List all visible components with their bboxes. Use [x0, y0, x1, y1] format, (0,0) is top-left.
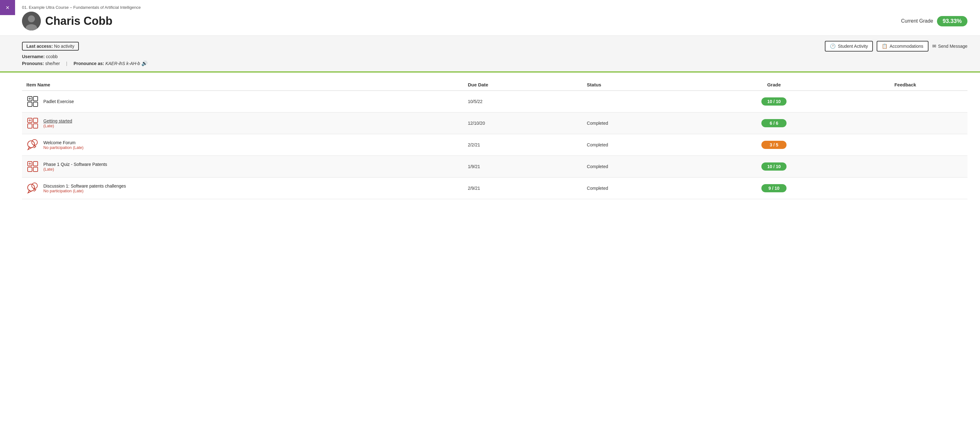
student-name: Charis Cobb [45, 14, 113, 28]
item-name[interactable]: Getting started [43, 118, 72, 123]
grade-cell: 10 / 10 [705, 91, 843, 113]
feedback-cell [843, 91, 967, 113]
divider: | [66, 61, 68, 66]
grade-pill: 10 / 10 [761, 97, 786, 105]
username-text: ccobb [46, 54, 57, 59]
grade-cell: 9 / 10 [705, 178, 843, 199]
grade-area: Current Grade 93.33% [901, 16, 967, 26]
close-icon: × [6, 4, 10, 11]
grade-label: Current Grade [901, 18, 933, 24]
table-header: Item Name Due Date Status Grade Feedback [22, 79, 967, 91]
item-icon [26, 139, 39, 151]
due-date-cell: 2/9/21 [463, 178, 582, 199]
audio-icon[interactable]: 🔊 [142, 61, 148, 66]
last-access-badge: Last access: No activity [22, 42, 79, 51]
item-name-cell: Padlet Exercise [22, 91, 463, 113]
due-date-cell: 1/9/21 [463, 156, 582, 178]
feedback-cell [843, 178, 967, 199]
accommodations-icon: 📋 [882, 43, 888, 49]
info-top: Last access: No activity 🕐 Student Activ… [22, 41, 967, 51]
close-button[interactable]: × [0, 0, 15, 15]
no-participation-label: No participation (Late) [43, 145, 84, 150]
accommodations-label: Accommodations [889, 44, 923, 49]
svg-rect-10 [33, 118, 38, 123]
table-body: Padlet Exercise10/5/2210 / 10 Getting st… [22, 91, 967, 199]
item-icon [26, 95, 39, 108]
status-cell: Completed [582, 134, 705, 156]
table-row: Discussion 1: Software patents challenge… [22, 178, 967, 199]
col-grade: Grade [705, 79, 843, 91]
item-icon [26, 182, 39, 194]
item-name-cell: Welcome ForumNo participation (Late) [22, 134, 463, 156]
item-info: Phase 1 Quiz - Software Patents(Late) [43, 162, 107, 172]
table-row: Getting started(Late)12/10/20Completed6 … [22, 113, 967, 134]
svg-rect-19 [28, 167, 32, 172]
clock-icon: 🕐 [830, 43, 836, 49]
item-name: Discussion 1: Software patents challenge… [43, 183, 126, 188]
svg-point-1 [28, 15, 35, 22]
col-due-date: Due Date [463, 79, 582, 91]
item-name-cell: Getting started(Late) [22, 113, 463, 134]
current-grade-badge: 93.33% [937, 16, 967, 26]
grade-cell: 3 / 5 [705, 134, 843, 156]
status-cell: Completed [582, 156, 705, 178]
item-info: Discussion 1: Software patents challenge… [43, 183, 126, 193]
due-date-cell: 10/5/22 [463, 91, 582, 113]
feedback-cell [843, 156, 967, 178]
due-date-cell: 2/2/21 [463, 134, 582, 156]
table-row: Welcome ForumNo participation (Late)2/2/… [22, 134, 967, 156]
late-label: (Late) [43, 167, 107, 172]
status-cell: Completed [582, 178, 705, 199]
item-info: Padlet Exercise [43, 99, 74, 104]
item-name-cell: Discussion 1: Software patents challenge… [22, 178, 463, 199]
svg-rect-20 [33, 167, 38, 172]
svg-rect-12 [33, 124, 38, 128]
student-name-area: Charis Cobb [22, 12, 113, 30]
item-info: Getting started(Late) [43, 118, 72, 128]
grade-cell: 6 / 6 [705, 113, 843, 134]
status-cell [582, 91, 705, 113]
send-message-label: Send Message [938, 44, 967, 49]
grades-table: Item Name Due Date Status Grade Feedback… [22, 79, 967, 199]
page-wrapper: × 01. Example Ultra Course – Fundamental… [0, 0, 980, 438]
pronounce-section: Pronouns: she/her | Pronounce as: KAER-i… [22, 61, 967, 66]
svg-rect-18 [33, 161, 38, 166]
feedback-cell [843, 134, 967, 156]
send-message-button[interactable]: ✉ Send Message [932, 43, 967, 49]
col-feedback: Feedback [843, 79, 967, 91]
pronouns-value: she/her [45, 61, 60, 66]
svg-rect-11 [28, 124, 32, 128]
grade-pill: 10 / 10 [761, 162, 786, 170]
status-cell: Completed [582, 113, 705, 134]
item-icon [26, 160, 39, 173]
username-row: Username: ccobb [22, 54, 967, 59]
pronounce-as-block: Pronounce as: KAER-ihS k-AH-b 🔊 [73, 61, 148, 66]
table-section: Item Name Due Date Status Grade Feedback… [0, 73, 980, 205]
info-bar: Last access: No activity 🕐 Student Activ… [0, 36, 980, 73]
student-activity-button[interactable]: 🕐 Student Activity [825, 41, 873, 51]
item-name-cell: Phase 1 Quiz - Software Patents(Late) [22, 156, 463, 178]
grade-pill: 3 / 5 [761, 141, 786, 149]
svg-point-23 [28, 184, 35, 191]
feedback-cell [843, 113, 967, 134]
student-activity-label: Student Activity [838, 44, 868, 49]
due-date-cell: 12/10/20 [463, 113, 582, 134]
svg-rect-6 [33, 102, 38, 107]
item-name: Phase 1 Quiz - Software Patents [43, 162, 107, 167]
col-item-name: Item Name [22, 79, 463, 91]
student-header: Charis Cobb Current Grade 93.33% [22, 12, 967, 30]
action-buttons: 🕐 Student Activity 📋 Accommodations ✉ Se… [825, 41, 967, 51]
grade-pill: 9 / 10 [761, 184, 786, 192]
pronouns-label: Pronouns: she/her [22, 61, 60, 66]
item-icon [26, 117, 39, 129]
svg-point-15 [28, 141, 35, 148]
item-name: Padlet Exercise [43, 99, 74, 104]
avatar [22, 12, 41, 30]
last-access-label: Last access: [26, 44, 53, 49]
svg-rect-4 [33, 96, 38, 101]
course-title: 01. Example Ultra Course – Fundamentals … [22, 5, 967, 10]
accommodations-button[interactable]: 📋 Accommodations [877, 41, 928, 51]
item-info: Welcome ForumNo participation (Late) [43, 140, 84, 150]
grade-pill: 6 / 6 [761, 119, 786, 127]
header-section: 01. Example Ultra Course – Fundamentals … [0, 0, 980, 36]
